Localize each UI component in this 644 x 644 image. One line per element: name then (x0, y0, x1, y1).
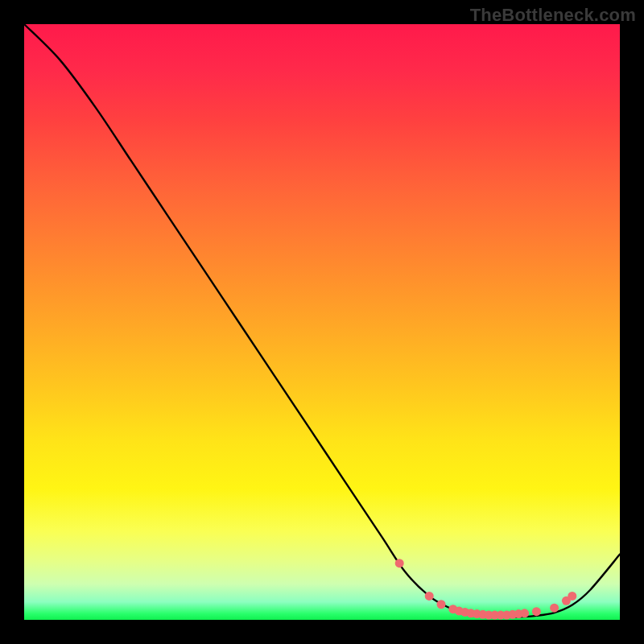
curve-marker (550, 604, 559, 613)
chart-svg (24, 24, 620, 620)
bottleneck-curve (24, 24, 620, 617)
curve-marker (520, 609, 529, 617)
curve-marker (425, 592, 434, 601)
curve-marker (568, 592, 576, 601)
plot-area (24, 24, 620, 620)
curve-marker (395, 559, 404, 568)
curve-marker (532, 607, 541, 616)
watermark-text: TheBottleneck.com (470, 5, 636, 26)
curve-marker (437, 600, 446, 609)
